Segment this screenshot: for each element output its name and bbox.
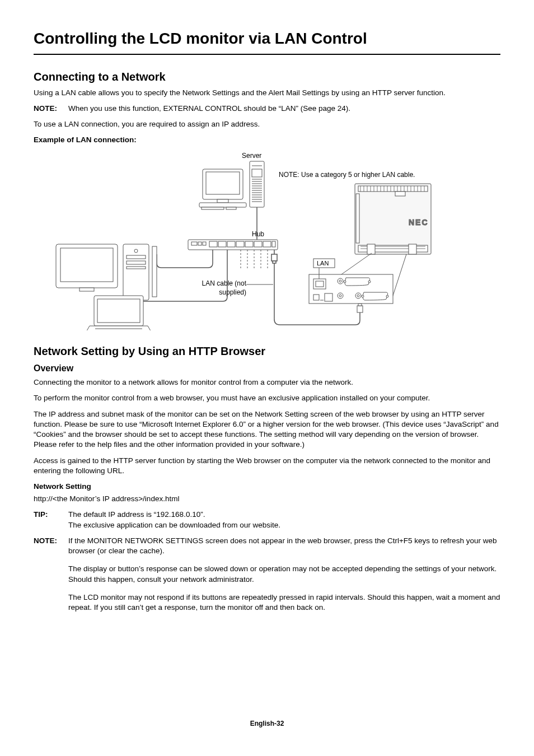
svg-rect-27 xyxy=(236,241,244,247)
svg-rect-18 xyxy=(202,207,224,209)
note2-p3: The LCD monitor may not respond if its b… xyxy=(68,592,500,613)
tip-line2: The exclusive application can be downloa… xyxy=(68,521,280,529)
title-rule xyxy=(34,54,500,55)
svg-point-93 xyxy=(344,281,346,283)
svg-rect-42 xyxy=(60,248,113,282)
note-row-2: NOTE: If the MONITOR NETWORK SETTINGS sc… xyxy=(34,536,500,613)
heading-overview: Overview xyxy=(34,362,500,375)
svg-point-95 xyxy=(362,295,364,297)
tip-label: TIP: xyxy=(34,510,68,530)
note-label: NOTE: xyxy=(34,104,68,114)
svg-rect-30 xyxy=(263,241,271,247)
assign-ip-paragraph: To use a LAN connection, you are require… xyxy=(34,119,500,129)
svg-rect-38 xyxy=(273,261,276,263)
page-title: Controlling the LCD monitor via LAN Cont… xyxy=(34,28,500,50)
svg-rect-19 xyxy=(226,207,236,209)
svg-rect-81 xyxy=(367,244,375,254)
svg-point-88 xyxy=(339,280,341,282)
label-hub: Hub xyxy=(252,230,264,239)
note-body: When you use this function, EXTERNAL CON… xyxy=(68,104,500,114)
svg-rect-99 xyxy=(325,293,332,301)
svg-point-90 xyxy=(339,295,341,297)
svg-rect-26 xyxy=(227,241,235,247)
label-lan: LAN xyxy=(317,259,329,268)
heading-connecting: Connecting to a Network xyxy=(34,69,500,85)
svg-point-96 xyxy=(386,295,388,297)
svg-rect-82 xyxy=(409,244,416,254)
svg-rect-2 xyxy=(252,169,262,177)
overview-p1: Connecting the monitor to a network allo… xyxy=(34,377,500,388)
note2-body: If the MONITOR NETWORK SETTINGS screen d… xyxy=(68,536,500,613)
overview-p4: Access is gained to the HTTP server func… xyxy=(34,456,500,476)
label-server: Server xyxy=(242,151,261,160)
tip-row: TIP: The default IP address is “192.168.… xyxy=(34,510,500,530)
tip-line1: The default IP address is “192.168.0.10”… xyxy=(68,510,205,519)
example-label: Example of LAN connection: xyxy=(34,135,500,145)
svg-rect-29 xyxy=(254,241,262,247)
svg-rect-0 xyxy=(250,161,264,207)
svg-rect-28 xyxy=(245,241,253,247)
svg-rect-23 xyxy=(203,242,206,245)
page-content: Controlling the LCD monitor via LAN Cont… xyxy=(0,0,534,756)
svg-rect-21 xyxy=(191,242,197,245)
svg-rect-39 xyxy=(357,306,363,312)
svg-rect-86 xyxy=(316,281,324,287)
note2-label: NOTE: xyxy=(34,536,68,613)
svg-rect-48 xyxy=(127,261,146,264)
svg-point-46 xyxy=(134,249,138,253)
svg-rect-17 xyxy=(199,203,246,207)
label-cat5-note: NOTE: Use a category 5 or higher LAN cab… xyxy=(279,170,435,179)
svg-point-94 xyxy=(368,281,371,283)
svg-text:NEC: NEC xyxy=(409,218,429,227)
svg-rect-31 xyxy=(272,241,275,247)
svg-rect-47 xyxy=(127,255,146,259)
overview-p2: To perform the monitor control from a we… xyxy=(34,393,500,403)
svg-rect-97 xyxy=(313,295,319,300)
svg-rect-24 xyxy=(209,241,217,247)
svg-rect-22 xyxy=(198,242,202,245)
svg-rect-55 xyxy=(358,186,428,192)
svg-rect-76 xyxy=(395,192,405,196)
intro-paragraph: Using a LAN cable allows you to specify … xyxy=(34,88,500,98)
overview-p3: The IP address and subnet mask of the mo… xyxy=(34,409,500,450)
svg-rect-37 xyxy=(271,254,277,261)
svg-rect-25 xyxy=(218,241,226,247)
svg-rect-51 xyxy=(97,299,140,323)
svg-rect-83 xyxy=(356,194,359,243)
note2-p2: The display or button’s response can be … xyxy=(68,564,500,584)
lan-connection-diagram: NEC xyxy=(34,151,500,330)
note2-p1: If the MONITOR NETWORK SETTINGS screen d… xyxy=(68,536,500,556)
svg-rect-45 xyxy=(152,246,157,297)
heading-network-setting: Network Setting by Using an HTTP Browser xyxy=(34,344,500,359)
note-row-1: NOTE: When you use this function, EXTERN… xyxy=(34,104,500,114)
network-setting-url: http://<the Monitor’s IP address>/index.… xyxy=(34,494,500,504)
label-lan-cable: LAN cable (not supplied) xyxy=(195,279,246,297)
page-footer: English-32 xyxy=(0,719,534,728)
svg-rect-15 xyxy=(206,172,240,194)
svg-rect-16 xyxy=(217,199,228,203)
svg-rect-43 xyxy=(79,288,94,291)
network-setting-label: Network Setting xyxy=(34,482,500,492)
tip-body: The default IP address is “192.168.0.10”… xyxy=(68,510,500,530)
svg-point-92 xyxy=(357,295,359,297)
svg-rect-49 xyxy=(127,267,146,269)
svg-rect-40 xyxy=(358,304,362,306)
